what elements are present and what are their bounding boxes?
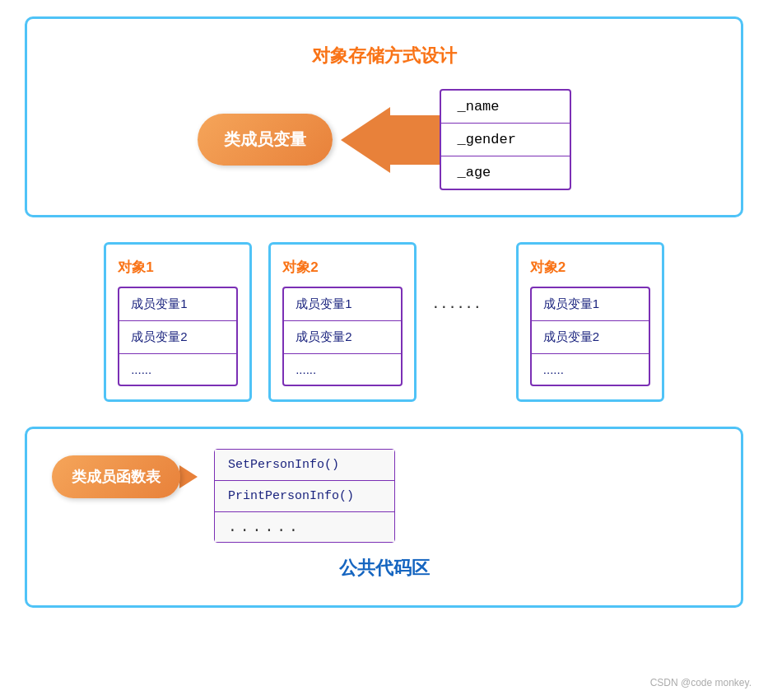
object-3-item-2: 成员变量2 — [532, 321, 649, 354]
class-member-variable-label: 类成员变量 — [198, 114, 333, 166]
member-variable-list: _name _gender _age — [440, 89, 571, 190]
name-item-age: _age — [441, 156, 570, 189]
bubble-arrow-icon — [179, 465, 198, 488]
object-2-item-3: ...... — [284, 354, 401, 385]
object-1-item-2: 成员变量2 — [119, 321, 236, 354]
name-item-gender: _gender — [441, 124, 570, 156]
func-item-2: PrintPersonInfo() — [215, 481, 394, 512]
object-1-label: 对象1 — [118, 258, 238, 277]
bottom-title: 公共代码区 — [52, 556, 716, 581]
object-3-item-3: ...... — [532, 354, 649, 385]
object-3-item-1: 成员变量1 — [532, 288, 649, 321]
bubble-with-arrow: 类成员函数表 — [52, 449, 198, 498]
object-box-2: 对象2 成员变量1 成员变量2 ...... — [268, 242, 417, 402]
bottom-content: 类成员函数表 SetPersonInfo() PrintPersonInfo()… — [52, 449, 716, 543]
func-list: SetPersonInfo() PrintPersonInfo() ...... — [214, 449, 395, 543]
watermark: CSDN @code monkey. — [650, 677, 752, 688]
object-3-label: 对象2 — [530, 258, 650, 277]
object-2-item-1: 成员变量1 — [284, 288, 401, 321]
middle-dots: ...... — [417, 242, 500, 313]
object-box-3: 对象2 成员变量1 成员变量2 ...... — [516, 242, 664, 402]
object-2-label: 对象2 — [282, 258, 403, 277]
func-item-dots: ...... — [215, 512, 394, 542]
object-2-inner: 成员变量1 成员变量2 ...... — [282, 287, 403, 386]
arrow-icon — [333, 107, 440, 173]
func-item-1: SetPersonInfo() — [215, 450, 394, 481]
top-section: 对象存储方式设计 类成员变量 _name _gender _age — [25, 16, 743, 217]
bottom-section: 类成员函数表 SetPersonInfo() PrintPersonInfo()… — [25, 427, 743, 608]
object-3-inner: 成员变量1 成员变量2 ...... — [530, 287, 650, 386]
object-1-inner: 成员变量1 成员变量2 ...... — [118, 287, 238, 386]
object-box-1: 对象1 成员变量1 成员变量2 ...... — [104, 242, 252, 402]
middle-section: 对象1 成员变量1 成员变量2 ...... 对象2 成员变量1 成员变量2 .… — [25, 242, 743, 402]
svg-marker-0 — [341, 107, 440, 173]
object-2-item-2: 成员变量2 — [284, 321, 401, 354]
class-func-table-label: 类成员函数表 — [52, 455, 180, 498]
object-1-item-1: 成员变量1 — [119, 288, 236, 321]
name-item-name: _name — [441, 91, 570, 124]
top-title: 对象存储方式设计 — [60, 44, 708, 68]
top-content: 类成员变量 _name _gender _age — [60, 89, 708, 190]
object-1-item-3: ...... — [119, 354, 236, 385]
